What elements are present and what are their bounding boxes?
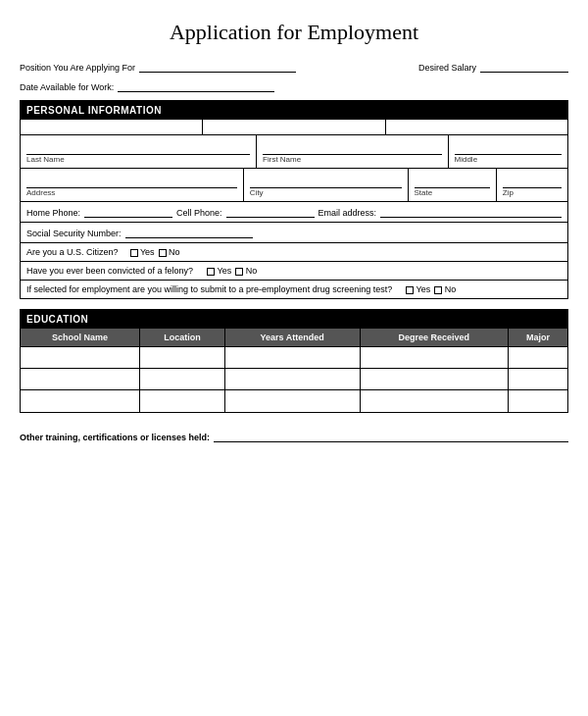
citizen-row: Are you a U.S. Citizen? Yes No	[21, 243, 567, 262]
edu-cell-r1-c1[interactable]	[140, 369, 224, 390]
edu-cell-r1-c3[interactable]	[360, 369, 509, 390]
edu-cell-r0-c1[interactable]	[140, 347, 224, 369]
position-label: Position You Are Applying For	[20, 63, 135, 73]
col-major: Major	[509, 329, 567, 347]
edu-table-header-row: School Name Location Years Attended Degr…	[21, 329, 567, 347]
city-cell: City	[244, 169, 409, 201]
felony-no-checkbox[interactable]	[235, 268, 243, 276]
date-available-field: Date Available for Work:	[20, 78, 568, 92]
state-input[interactable]	[415, 175, 490, 188]
last-name-label: Last Name	[26, 155, 250, 164]
salary-input-line[interactable]	[480, 59, 568, 73]
citizen-no-label: No	[169, 247, 180, 257]
edu-cell-r1-c2[interactable]	[224, 369, 360, 390]
home-phone-label: Home Phone:	[26, 208, 80, 218]
col-years-attended: Years Attended	[224, 329, 360, 347]
page-title: Application for Employment	[20, 20, 568, 45]
edu-cell-r0-c0[interactable]	[21, 347, 140, 369]
edu-table-row	[21, 390, 567, 412]
position-input-line[interactable]	[139, 59, 296, 73]
ssn-label: Social Security Number:	[26, 229, 122, 238]
home-phone-input[interactable]	[84, 206, 172, 218]
other-training-input[interactable]	[214, 429, 568, 442]
top-fields-row: Position You Are Applying For Desired Sa…	[20, 59, 568, 73]
first-name-input[interactable]	[263, 141, 441, 155]
education-header: EDUCATION	[21, 310, 567, 329]
education-table: School Name Location Years Attended Degr…	[21, 329, 567, 412]
address-input[interactable]	[26, 175, 237, 188]
felony-row: Have you ever been convicted of a felony…	[21, 262, 567, 281]
salary-label: Desired Salary	[418, 63, 476, 73]
edu-table-row	[21, 347, 567, 369]
last-name-cell: Last Name	[21, 135, 257, 168]
edu-cell-r2-c1[interactable]	[140, 390, 224, 412]
name-row: Last Name First Name Middle	[21, 135, 567, 169]
personal-info-section: PERSONAL INFORMATION Last Name First Nam…	[20, 100, 568, 299]
felony-label: Have you ever been convicted of a felony…	[26, 266, 193, 276]
edu-cell-r2-c0[interactable]	[21, 390, 140, 412]
edu-table-row	[21, 369, 567, 390]
ssn-input[interactable]	[125, 227, 253, 238]
citizen-label: Are you a U.S. Citizen?	[26, 247, 119, 257]
citizen-yes-checkbox[interactable]	[130, 249, 138, 257]
first-name-label: First Name	[263, 155, 441, 164]
cell-phone-label: Cell Phone:	[176, 208, 222, 218]
salary-field: Desired Salary	[418, 59, 568, 73]
city-label: City	[250, 188, 402, 197]
phone-email-row: Home Phone: Cell Phone: Email address:	[21, 202, 567, 223]
edu-cell-r2-c3[interactable]	[360, 390, 509, 412]
col-school-name: School Name	[21, 329, 140, 347]
zip-input[interactable]	[503, 175, 562, 188]
edu-cell-r2-c4[interactable]	[509, 390, 567, 412]
edu-cell-r0-c4[interactable]	[509, 347, 567, 369]
edu-cell-r1-c0[interactable]	[21, 369, 140, 390]
edu-cell-r2-c2[interactable]	[224, 390, 360, 412]
address-row: Address City State Zip	[21, 169, 567, 202]
drug-yes-group: Yes	[406, 284, 430, 294]
email-label: Email address:	[318, 208, 377, 218]
middle-cell: Middle	[449, 135, 567, 168]
citizen-no-checkbox[interactable]	[159, 249, 167, 257]
citizen-yes-label: Yes	[140, 247, 155, 257]
other-training-row: Other training, certifications or licens…	[20, 423, 568, 442]
citizen-yes-group: Yes	[130, 247, 155, 257]
col-location: Location	[140, 329, 224, 347]
date-available-input-line[interactable]	[118, 78, 274, 92]
cell-phone-input[interactable]	[226, 206, 315, 218]
first-name-cell: First Name	[257, 135, 448, 168]
address-label: Address	[26, 188, 237, 197]
felony-no-group: No	[235, 266, 257, 276]
drug-no-label: No	[445, 284, 457, 294]
zip-label: Zip	[503, 188, 562, 197]
city-input[interactable]	[250, 175, 402, 188]
zip-cell: Zip	[497, 169, 567, 201]
drug-yes-label: Yes	[416, 284, 431, 294]
pi-spacer-cell-3	[386, 120, 567, 134]
date-available-label: Date Available for Work:	[20, 82, 114, 92]
middle-input[interactable]	[455, 141, 562, 155]
citizen-no-group: No	[159, 247, 180, 257]
address-cell: Address	[21, 169, 244, 201]
edu-cell-r0-c2[interactable]	[224, 347, 360, 369]
education-section: EDUCATION School Name Location Years Att…	[20, 309, 568, 413]
personal-info-header: PERSONAL INFORMATION	[21, 101, 567, 120]
other-training-label: Other training, certifications or licens…	[20, 433, 210, 442]
pi-spacer-row	[21, 120, 567, 135]
state-label: State	[415, 188, 490, 197]
felony-yes-checkbox[interactable]	[207, 268, 215, 276]
state-cell: State	[409, 169, 497, 201]
drug-no-group: No	[434, 284, 456, 294]
edu-cell-r0-c3[interactable]	[360, 347, 509, 369]
pi-spacer-cell-2	[203, 120, 385, 134]
email-input[interactable]	[380, 206, 562, 218]
position-field: Position You Are Applying For	[20, 59, 296, 73]
last-name-input[interactable]	[26, 141, 250, 155]
drug-no-checkbox[interactable]	[434, 286, 442, 294]
col-degree-received: Degree Received	[360, 329, 509, 347]
drug-test-label: If selected for employment are you willi…	[26, 284, 392, 294]
felony-no-label: No	[246, 266, 258, 276]
drug-yes-checkbox[interactable]	[406, 286, 414, 294]
edu-cell-r1-c4[interactable]	[509, 369, 567, 390]
middle-label: Middle	[455, 155, 562, 164]
drug-test-row: If selected for employment are you willi…	[21, 281, 567, 298]
